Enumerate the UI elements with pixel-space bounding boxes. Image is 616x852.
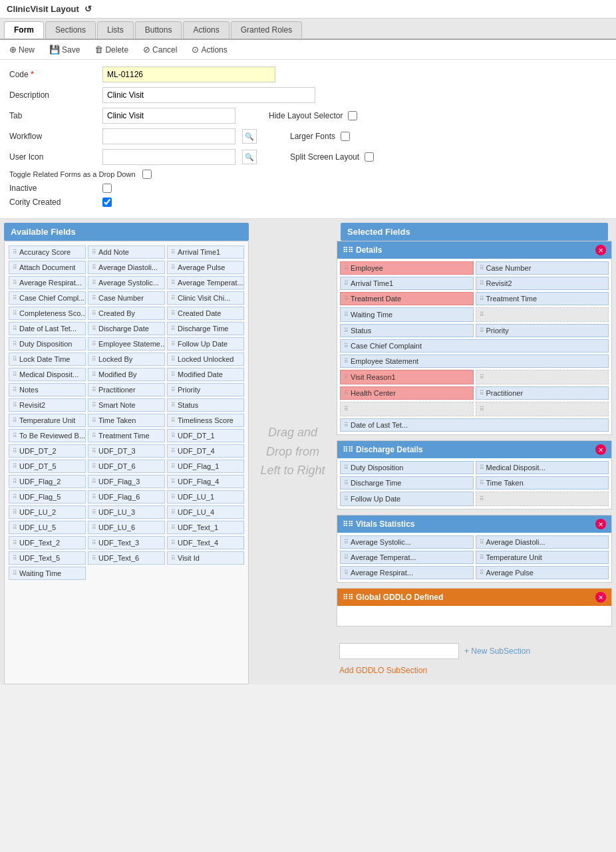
available-field-item[interactable]: ⠿UDF_DT_1 [167,429,244,442]
available-field-item[interactable]: ⠿Case Number [88,291,165,305]
selected-field-item[interactable]: ⠿ Discharge Time [340,476,474,490]
refresh-icon[interactable]: ↺ [84,4,92,14]
available-field-item[interactable]: ⠿Modified Date [167,368,244,381]
available-field-item[interactable]: ⠿Locked Unlocked [167,353,244,366]
user-icon-search-button[interactable]: 🔍 [242,150,257,164]
available-field-item[interactable]: ⠿Lock Date Time [9,353,86,366]
selected-field-item[interactable]: ⠿ Status [340,324,474,337]
selected-field-item[interactable]: ⠿ Average Pulse [476,566,609,579]
selected-field-item[interactable]: ⠿ [340,402,474,416]
tab-sections[interactable]: Sections [45,21,96,39]
tab-input[interactable] [102,108,235,124]
selected-field-item[interactable]: ⠿ Average Systolic... [340,535,474,549]
selected-field-item[interactable]: ⠿ Employee Statement [340,355,609,368]
available-field-item[interactable]: ⠿Time Taken [88,414,165,427]
tab-actions[interactable]: Actions [183,21,229,39]
add-gddlo-link[interactable]: Add GDDLO SubSection [337,663,612,678]
available-field-item[interactable]: ⠿UDF_Text_6 [88,551,165,565]
available-field-item[interactable]: ⠿Follow Up Date [167,337,244,351]
available-field-item[interactable]: ⠿UDF_LU_5 [9,521,86,534]
tab-buttons[interactable]: Buttons [135,21,182,39]
available-field-item[interactable]: ⠿UDF_Flag_3 [88,475,165,488]
selected-field-item[interactable]: ⠿ Medical Disposit... [476,461,609,474]
tab-granted-roles[interactable]: Granted Roles [231,21,302,39]
available-field-item[interactable]: ⠿UDF_LU_6 [88,521,165,534]
section-close-button-3[interactable]: ✕ [595,592,606,603]
available-field-item[interactable]: ⠿Waiting Time [9,567,86,580]
split-screen-layout-checkbox[interactable] [365,152,374,162]
available-field-item[interactable]: ⠿Visit Id [167,551,244,565]
available-field-item[interactable]: ⠿Average Systolic... [88,276,165,289]
available-field-item[interactable]: ⠿UDF_Flag_6 [88,490,165,503]
new-subsection-input[interactable] [339,643,459,659]
available-field-item[interactable]: ⠿Duty Disposition [9,337,86,351]
available-field-item[interactable]: ⠿Add Note [88,245,165,259]
available-field-item[interactable]: ⠿Treatment Time [88,429,165,442]
available-field-item[interactable]: ⠿To Be Reviewed B... [9,429,86,442]
section-close-button-2[interactable]: ✕ [595,519,606,529]
available-field-item[interactable]: ⠿Practitioner [88,383,165,396]
tab-lists[interactable]: Lists [97,21,134,39]
selected-field-item[interactable]: ⠿ Waiting Time [340,307,474,322]
toggle-related-checkbox[interactable] [142,170,152,179]
available-field-item[interactable]: ⠿Priority [167,383,244,396]
available-field-item[interactable]: ⠿UDF_LU_3 [88,505,165,519]
selected-field-item[interactable]: ⠿ Health Center [340,386,474,400]
hide-layout-selector-checkbox[interactable] [348,111,357,120]
selected-field-item[interactable]: ⠿ Case Number [476,261,609,275]
selected-field-item[interactable]: ⠿ Temperature Unit [476,551,609,564]
available-field-item[interactable]: ⠿UDF_LU_2 [9,505,86,519]
selected-field-item[interactable]: ⠿ Average Temperat... [340,551,474,564]
available-field-item[interactable]: ⠿Created Date [167,307,244,320]
available-field-item[interactable]: ⠿Average Respirat... [9,276,86,289]
new-subsection-button[interactable]: + New SubSection [464,646,530,656]
available-field-item[interactable]: ⠿UDF_DT_3 [88,444,165,458]
tab-form[interactable]: Form [4,21,44,39]
selected-field-item[interactable]: ⠿ Revisit2 [476,277,609,290]
available-field-item[interactable]: ⠿Date of Last Tet... [9,322,86,335]
new-button[interactable]: ⊕ New [7,43,37,56]
section-close-button-0[interactable]: ✕ [595,245,606,255]
available-field-item[interactable]: ⠿UDF_DT_2 [9,444,86,458]
code-input[interactable] [102,67,275,82]
selected-field-item[interactable]: ⠿ Arrival Time1 [340,277,474,290]
available-field-item[interactable]: ⠿Discharge Date [88,322,165,335]
section-close-button-1[interactable]: ✕ [595,444,606,455]
available-field-item[interactable]: ⠿Accuracy Score [9,245,86,259]
workflow-input[interactable] [102,128,235,144]
selected-field-item[interactable]: ⠿ Duty Disposition [340,461,474,474]
selected-field-item[interactable]: ⠿ Average Respirat... [340,566,474,579]
selected-field-item[interactable]: ⠿ [476,492,609,506]
inactive-checkbox[interactable] [102,184,112,193]
selected-field-item[interactable]: ⠿ Follow Up Date [340,492,474,506]
selected-field-item[interactable]: ⠿ Visit Reason1 [340,370,474,384]
selected-field-item[interactable]: ⠿ Time Taken [476,476,609,490]
save-button[interactable]: 💾 Save [47,43,82,56]
selected-field-item[interactable]: ⠿ [476,402,609,416]
selected-field-item[interactable]: ⠿ Practitioner [476,386,609,400]
available-field-item[interactable]: ⠿Notes [9,383,86,396]
available-field-item[interactable]: ⠿Modified By [88,368,165,381]
available-field-item[interactable]: ⠿UDF_Text_1 [167,521,244,534]
selected-field-item[interactable]: ⠿ Date of Last Tet... [340,418,609,432]
selected-field-item[interactable]: ⠿ Case Chief Complaint [340,339,609,353]
available-field-item[interactable]: ⠿UDF_LU_1 [167,490,244,503]
available-field-item[interactable]: ⠿Revisit2 [9,398,86,412]
available-field-item[interactable]: ⠿Attach Document [9,261,86,274]
available-field-item[interactable]: ⠿Locked By [88,353,165,366]
selected-field-item[interactable]: ⠿ Priority [476,324,609,337]
available-field-item[interactable]: ⠿Completeness Sco... [9,307,86,320]
actions-button[interactable]: ⊙ Actions [189,43,230,56]
available-field-item[interactable]: ⠿Clinic Visit Chi... [167,291,244,305]
available-field-item[interactable]: ⠿UDF_DT_5 [9,460,86,473]
available-field-item[interactable]: ⠿UDF_Flag_5 [9,490,86,503]
available-field-item[interactable]: ⠿Temperature Unit [9,414,86,427]
cority-created-checkbox[interactable] [102,198,112,207]
selected-field-item[interactable]: ⠿ [476,307,609,322]
available-field-item[interactable]: ⠿Arrival Time1 [167,245,244,259]
available-field-item[interactable]: ⠿Average Temperat... [167,276,244,289]
available-field-item[interactable]: ⠿Case Chief Compl... [9,291,86,305]
description-input[interactable] [102,87,315,103]
available-field-item[interactable]: ⠿Smart Note [88,398,165,412]
available-field-item[interactable]: ⠿Average Pulse [167,261,244,274]
